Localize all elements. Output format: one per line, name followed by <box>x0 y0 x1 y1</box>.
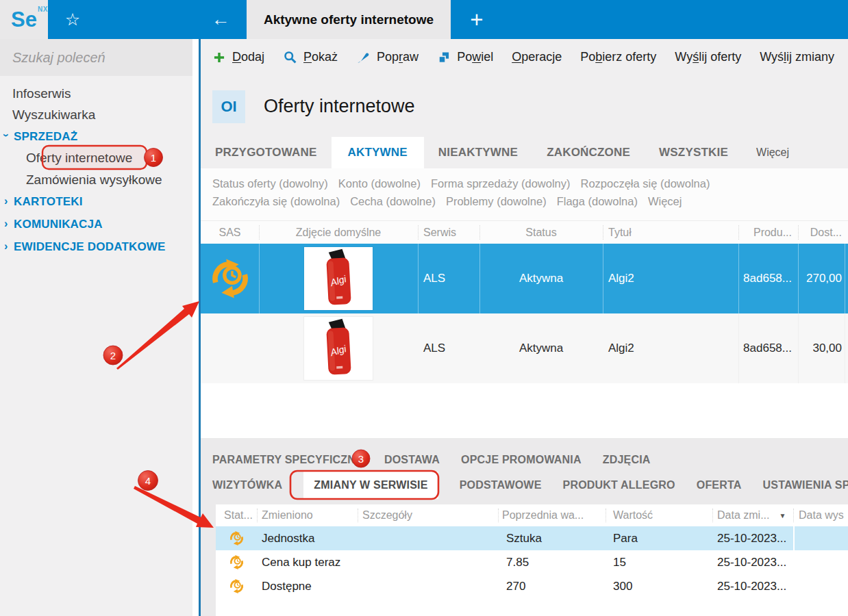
chevron-collapsed-icon: › <box>4 218 8 230</box>
column-header-tytul[interactable]: Tytuł <box>603 221 738 244</box>
column-header-szczegoly[interactable]: Szczegóły <box>358 504 498 526</box>
cell-szczegoly <box>358 526 498 550</box>
tab-aktywne[interactable]: AKTYWNE <box>332 137 424 168</box>
page-header: OI Oferty internetowe <box>201 75 848 137</box>
cell-wartosc: 15 <box>606 550 712 574</box>
filter-zakonczyla-sie[interactable]: Zakończyła się (dowolna) <box>212 195 340 208</box>
column-header-dostepne[interactable]: Dost... <box>798 221 845 244</box>
column-header-data-wyslania[interactable]: Data wys <box>793 504 848 526</box>
search-input[interactable] <box>12 50 196 66</box>
red-bottle-image: Algi <box>304 247 373 310</box>
sidebar-item-wyszukiwarka[interactable]: Wyszukiwarka <box>0 106 192 124</box>
changes-grid: Stat... Zmieniono Szczegóły Poprzednia w… <box>216 504 848 616</box>
filter-status-oferty[interactable]: Status oferty (dowolny) <box>212 177 328 190</box>
filter-cecha[interactable]: Cecha (dowolne) <box>350 195 436 208</box>
chevron-collapsed-icon: › <box>4 195 8 207</box>
send-changes-button[interactable]: Wyślij zmiany <box>760 50 834 64</box>
show-button[interactable]: Pokaż <box>283 50 338 64</box>
app-logo[interactable]: SeNX <box>0 0 48 39</box>
column-header-status[interactable]: Status <box>479 221 603 244</box>
filter-flaga[interactable]: Flaga (dowolna) <box>557 195 638 208</box>
tab-dostawa[interactable]: DOSTAWA <box>384 454 440 466</box>
edit-button[interactable]: Popraw <box>356 50 419 64</box>
cell-data-zmiany: 25-10-2023... <box>712 526 793 550</box>
chevron-collapsed-icon: › <box>4 240 8 253</box>
tab-ustawienia-sprzedazy[interactable]: USTAWIENIA SPRZ <box>763 479 848 491</box>
duplicate-button[interactable]: Powiel <box>437 50 493 64</box>
logo-badge: NX <box>38 6 48 13</box>
filter-rozpoczela-sie[interactable]: Rozpoczęła się (dowolna) <box>581 177 710 190</box>
brush-icon <box>356 50 371 64</box>
tab-opcje-promowania[interactable]: OPCJE PROMOWANIA <box>461 454 582 466</box>
active-window-tab[interactable]: Aktywne oferty internetowe <box>247 0 451 39</box>
sidebar-item-oferty-internetowe[interactable]: Oferty internetowe <box>0 149 192 167</box>
download-offers-button[interactable]: Pobierz oferty <box>580 50 656 64</box>
cell-status: Aktywna <box>479 244 603 313</box>
cell-zmieniono: Cena kup teraz <box>257 550 358 574</box>
tab-zdjecia[interactable]: ZDJĘCIA <box>603 454 651 466</box>
tab-wszystkie[interactable]: WSZYSTKIE <box>645 137 743 168</box>
tab-zakonczone[interactable]: ZAKOŃCZONE <box>532 137 645 168</box>
filter-konto[interactable]: Konto (dowolne) <box>338 177 421 190</box>
copy-icon <box>437 51 451 64</box>
change-row[interactable]: Dostępne 270 300 25-10-2023... <box>216 574 848 598</box>
cell-data-zmiany: 25-10-2023... <box>712 550 793 574</box>
tab-oferta[interactable]: OFERTA <box>697 479 742 491</box>
plus-icon <box>212 51 226 64</box>
send-offers-button[interactable]: Wyślij oferty <box>675 50 741 64</box>
tabs-more-button[interactable]: Więcej <box>743 137 803 168</box>
tab-zmiany-w-serwisie[interactable]: ZMIANY W SERWISIE <box>303 472 438 499</box>
filter-forma-sprzedazy[interactable]: Forma sprzedaży (dowolny) <box>431 177 571 190</box>
new-tab-plus-icon[interactable]: + <box>464 0 489 39</box>
operations-menu[interactable]: Operacje <box>512 50 562 64</box>
topbar-left-section: ☆ ← <box>48 0 247 39</box>
cell-produkt: 8ad658... <box>738 244 798 313</box>
offer-row[interactable]: Algi ALS Aktywna Algi2 8ad658... 30,00 <box>201 313 848 383</box>
red-bottle-image: Algi <box>304 317 373 380</box>
filter-more[interactable]: Więcej <box>648 195 682 208</box>
sidebar-section-kartoteki[interactable]: ›KARTOTEKI <box>0 193 192 211</box>
cell-serwis: ALS <box>418 313 479 383</box>
change-row-selected[interactable]: Jednostka Sztuka Para 25-10-2023... <box>216 526 848 550</box>
tab-parametry-specyficzne[interactable]: PARAMETRY SPECYFICZNE <box>212 454 363 466</box>
magnifier-icon <box>283 50 297 64</box>
detail-panel: PARAMETRY SPECYFICZNE DOSTAWA OPCJE PROM… <box>201 438 848 616</box>
column-header-zdjecie[interactable]: Zdjęcie domyślne <box>259 221 418 244</box>
cell-wartosc: 300 <box>606 574 712 598</box>
cell-poprzednia: 270 <box>498 574 606 598</box>
sidebar-section-komunikacja[interactable]: ›KOMUNIKACJA <box>0 216 192 233</box>
offer-row-selected[interactable]: Algi ALS Aktywna Algi2 8ad658... 270,00 <box>201 244 848 313</box>
column-header-poprzednia[interactable]: Poprzednia wa... <box>498 504 606 526</box>
sidebar-gutter <box>192 39 199 616</box>
module-badge: OI <box>212 90 245 123</box>
favorite-star-icon[interactable]: ☆ <box>62 0 84 39</box>
change-row[interactable]: Cena kup teraz 7.85 15 25-10-2023... <box>216 550 848 574</box>
column-header-serwis[interactable]: Serwis <box>418 221 479 244</box>
cell-dostepne: 270,00 <box>798 244 845 313</box>
column-header-zmieniono[interactable]: Zmieniono <box>257 504 358 526</box>
tab-nieaktywne[interactable]: NIEAKTYWNE <box>424 137 532 168</box>
sidebar-section-ewidencje-dodatkowe[interactable]: ›EWIDENCJE DODATKOWE <box>0 238 192 256</box>
tab-wizytowka[interactable]: WIZYTÓWKA <box>212 479 282 491</box>
product-photo: Algi <box>304 247 373 310</box>
tab-przygotowane[interactable]: PRZYGOTOWANE <box>201 137 332 168</box>
main-content: Dodaj Pokaż Popraw Powiel Operacje Pobie… <box>201 39 848 616</box>
column-header-wartosc[interactable]: Wartość <box>606 504 712 526</box>
tab-podstawowe[interactable]: PODSTAWOWE <box>460 479 542 491</box>
sidebar-item-infoserwis[interactable]: Infoserwis <box>0 85 192 103</box>
tab-produkt-allegro[interactable]: PRODUKT ALLEGRO <box>563 479 675 491</box>
sidebar: Infoserwis Wyszukiwarka ›SPRZEDAŻ Oferty… <box>0 39 192 616</box>
add-button[interactable]: Dodaj <box>212 50 264 64</box>
top-bar: SeNX ☆ ← Aktywne oferty internetowe + <box>0 0 848 39</box>
column-header-produkt[interactable]: Produ... <box>738 221 798 244</box>
sidebar-item-zamowienia-wysylkowe[interactable]: Zamówienia wysyłkowe <box>0 171 192 189</box>
column-header-sas[interactable]: SAS <box>201 221 259 244</box>
column-header-data-zmiany[interactable]: Data zmi...▼ <box>712 504 793 526</box>
toolbar: Dodaj Pokaż Popraw Powiel Operacje Pobie… <box>201 39 848 75</box>
back-arrow-icon[interactable]: ← <box>207 0 234 39</box>
detail-tabs-row1: PARAMETRY SPECYFICZNE DOSTAWA OPCJE PROM… <box>201 448 848 472</box>
cell-dostepne: 30,00 <box>798 313 845 383</box>
column-header-stat[interactable]: Stat... <box>216 504 257 526</box>
filter-problemy[interactable]: Problemy (dowolne) <box>446 195 547 208</box>
sidebar-section-sprzedaz[interactable]: ›SPRZEDAŻ <box>0 128 192 146</box>
